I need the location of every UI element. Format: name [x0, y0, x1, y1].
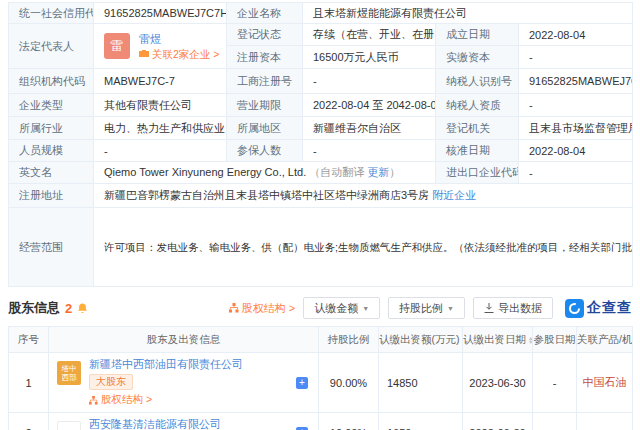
establish-date-label: 成立日期: [436, 24, 519, 46]
english-name-cell: Qiemo Tower Xinyuneng Energy Co., Ltd. （…: [94, 162, 436, 184]
holding-ratio: 90.00%: [319, 353, 379, 413]
col-header-related: 关联产品/机构: [577, 327, 633, 353]
subscribed-date: 2023-06-30: [463, 353, 533, 413]
reg-status-value: 存续（在营、开业、在册）: [303, 24, 436, 46]
expand-plus-button[interactable]: +: [296, 377, 308, 389]
shareholder-info-cell: 塔中 西部 新疆塔中西部油田有限责任公司 大股东 股权结构 > +: [49, 353, 319, 413]
reg-capital-label: 注册资本: [227, 46, 303, 69]
biz-term-value: 2022-08-04 至 2042-08-03: [303, 94, 436, 117]
shareholders-header-bar: 股东信息 2 股权结构 > 认缴金额 ▼ 持股比例 ▼ 导出数据: [8, 297, 632, 319]
col-header-join-date: 参股日期: [533, 327, 577, 353]
reg-capital-value: 16500万元人民币: [303, 46, 436, 69]
address-cell: 新疆巴音郭楞蒙古自治州且末县塔中镇塔中社区塔中绿洲商店3号房 附近企业: [94, 184, 633, 208]
org-code-label: 组织机构代码: [9, 69, 94, 94]
holding-ratio: 10.00%: [319, 413, 379, 430]
row-index: 2: [9, 413, 49, 430]
update-translation-link[interactable]: 更新: [367, 166, 389, 178]
taxpayer-id-label: 纳税人识别号: [436, 69, 519, 94]
col-header-amount[interactable]: 认缴出资额(万元)▲▼: [379, 327, 463, 353]
shareholder-logo: 塔中 西部: [57, 361, 81, 385]
business-info-table: 统一社会信用代码 91652825MABWEJ7C7H 企业名称 且末塔新煜能能…: [8, 2, 633, 287]
taxpayer-quality-value: -: [519, 94, 633, 117]
shareholder-row-2: 2 LONGi 西安隆基清洁能源有限公司 股权结构 > + 1: [9, 413, 633, 430]
legal-rep-label: 法定代表人: [9, 24, 94, 69]
address-label: 注册地址: [9, 184, 94, 208]
address-value: 新疆巴音郭楞蒙古自治州且末县塔中镇塔中社区塔中绿洲商店3号房: [104, 189, 429, 201]
export-data-button[interactable]: 导出数据: [473, 297, 553, 319]
org-code-value: MABWEJ7C-7: [94, 69, 227, 94]
region-value: 新疆维吾尔自治区: [303, 117, 436, 140]
org-chart-icon: [229, 303, 239, 313]
paid-capital-label: 实缴资本: [436, 46, 519, 69]
reg-authority-value: 且末县市场监督管理局: [519, 117, 633, 140]
related-product-link[interactable]: 中国石油: [583, 376, 627, 388]
shareholder-name-link[interactable]: 新疆塔中西部油田有限责任公司: [89, 358, 243, 371]
legal-rep-cell: 雷 雷煜 关联2家企业 >: [94, 24, 227, 69]
sort-icon[interactable]: ▲▼: [528, 336, 533, 344]
qichacha-logo-text: 企查查: [587, 299, 632, 317]
row-index: 1: [9, 353, 49, 413]
insured-label: 参保人数: [227, 140, 303, 162]
major-shareholder-badge: 大股东: [89, 374, 133, 390]
qichacha-logo-icon: [565, 299, 584, 318]
legal-rep-avatar: 雷: [104, 33, 130, 59]
col-header-ratio: 持股比例: [319, 327, 379, 353]
col-header-sub-date[interactable]: 认缴出资日期▲▼: [463, 327, 533, 353]
shareholders-table-header-row: 序号 股东及出资信息 持股比例 认缴出资额(万元)▲▼ 认缴出资日期▲▼ 参股日…: [9, 327, 633, 353]
auto-translate-note: （自动翻译: [309, 166, 364, 178]
insured-value: -: [303, 140, 436, 162]
briefcase-icon: [139, 49, 149, 58]
credit-code-value: 91652825MABWEJ7C7H: [94, 3, 227, 24]
chevron-down-icon: ▼: [362, 305, 369, 312]
qichacha-logo: 企查查: [565, 299, 632, 318]
nearby-companies-link[interactable]: 附近企业: [432, 189, 476, 201]
industry-label: 所属行业: [9, 117, 94, 140]
download-icon: [484, 303, 494, 313]
shareholder-name-link[interactable]: 西安隆基清洁能源有限公司: [89, 418, 221, 430]
staff-size-label: 人员规模: [9, 140, 94, 162]
shareholders-count: 2: [65, 301, 72, 316]
holding-ratio-filter-button[interactable]: 持股比例 ▼: [388, 297, 465, 319]
paid-capital-value: -: [519, 46, 633, 69]
import-export-value: -: [519, 162, 633, 184]
subscribed-amount-filter-button[interactable]: 认缴金额 ▼: [303, 297, 380, 319]
company-type-label: 企业类型: [9, 94, 94, 117]
org-chart-icon: [89, 396, 98, 405]
biz-reg-no-label: 工商注册号: [227, 69, 303, 94]
biz-reg-no-value: -: [303, 69, 436, 94]
region-label: 所属地区: [227, 117, 303, 140]
credit-code-label: 统一社会信用代码: [9, 3, 94, 24]
reg-status-label: 登记状态: [227, 24, 303, 46]
import-export-label: 进出口企业代码: [436, 162, 519, 184]
related-companies-link[interactable]: 关联2家企业 >: [152, 48, 219, 60]
alert-bell-icon[interactable]: [77, 303, 88, 314]
related-product-cell: -: [577, 413, 633, 430]
reg-authority-label: 登记机关: [436, 117, 519, 140]
join-date: -: [533, 413, 577, 430]
col-header-shareholder: 股东及出资信息: [49, 327, 319, 353]
company-profile-page: 统一社会信用代码 91652825MABWEJ7C7H 企业名称 且末塔新煜能能…: [0, 0, 640, 430]
taxpayer-quality-label: 纳税人资质: [436, 94, 519, 117]
biz-term-label: 营业期限: [227, 94, 303, 117]
related-product-cell: 中国石油: [577, 353, 633, 413]
shareholder-row-1: 1 塔中 西部 新疆塔中西部油田有限责任公司 大股东 股权结构 >: [9, 353, 633, 413]
subscribed-date: 2023-06-30: [463, 413, 533, 430]
row-equity-structure-link[interactable]: 股权结构 >: [101, 393, 152, 407]
col-header-index: 序号: [9, 327, 49, 353]
company-name-value: 且末塔新煜能能源有限责任公司: [303, 3, 633, 24]
establish-date-value: 2022-08-04: [519, 24, 633, 46]
company-name-label: 企业名称: [227, 3, 303, 24]
english-name-value: Qiemo Tower Xinyuneng Energy Co., Ltd.: [104, 166, 306, 178]
subscribed-amount: 1650: [379, 413, 463, 430]
shareholders-table: 序号 股东及出资信息 持股比例 认缴出资额(万元)▲▼ 认缴出资日期▲▼ 参股日…: [8, 326, 633, 430]
taxpayer-id-value: 91652825MABWEJ7C7H: [519, 69, 633, 94]
scope-label: 经营范围: [9, 208, 94, 287]
join-date: -: [533, 353, 577, 413]
company-type-value: 其他有限责任公司: [94, 94, 227, 117]
industry-value: 电力、热力生产和供应业: [94, 117, 227, 140]
staff-size-value: -: [94, 140, 227, 162]
approval-date-label: 核准日期: [436, 140, 519, 162]
equity-structure-link[interactable]: 股权结构 >: [242, 301, 295, 316]
legal-rep-name-link[interactable]: 雷煜: [139, 33, 219, 45]
approval-date-value: 2022-08-04: [519, 140, 633, 162]
